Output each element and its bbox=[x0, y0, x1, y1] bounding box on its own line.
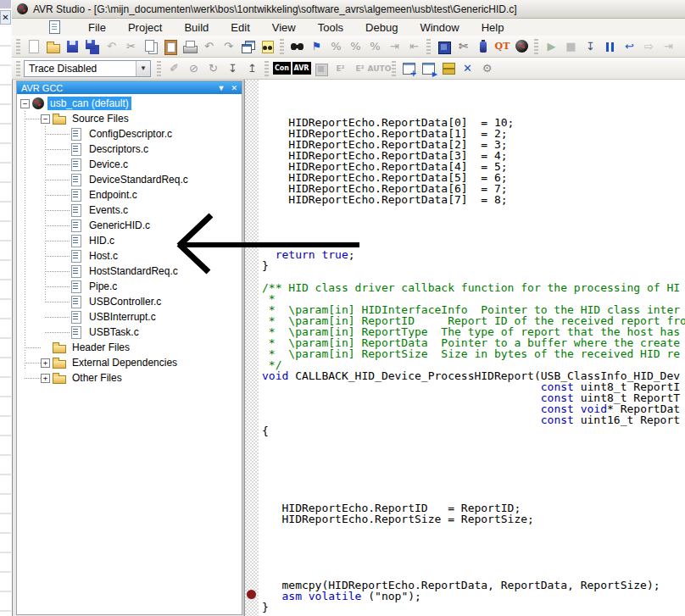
cut-icon[interactable]: ✂ bbox=[121, 37, 141, 56]
connect-icon[interactable]: Con bbox=[272, 59, 292, 78]
tree-item-label: Header Files bbox=[70, 341, 132, 354]
tree-item-usbcontroller-c[interactable]: USBController.c bbox=[17, 294, 242, 309]
next-bookmark-icon[interactable]: % bbox=[346, 37, 365, 56]
tree-item-host-c[interactable]: Host.c bbox=[17, 248, 242, 264]
indent-icon[interactable]: ⇥ bbox=[385, 37, 404, 56]
bookmark-flag-icon[interactable]: ⚑ bbox=[307, 37, 326, 56]
tree-item-endpoint-c[interactable]: Endpoint.c bbox=[17, 187, 242, 203]
chevron-down-icon[interactable]: ▼ bbox=[218, 84, 226, 92]
breakpoint-icon[interactable] bbox=[247, 590, 256, 599]
toolbar-grip bbox=[534, 39, 538, 54]
stk500-icon[interactable] bbox=[473, 37, 493, 56]
tree-item-hoststandardreq-c[interactable]: HostStandardReq.c bbox=[17, 264, 242, 279]
close-icon[interactable]: ✕ bbox=[231, 84, 237, 92]
compile-icon[interactable] bbox=[438, 59, 458, 78]
clean-icon[interactable]: ✕ bbox=[458, 59, 477, 78]
menu-edit[interactable]: Edit bbox=[220, 19, 260, 36]
undo-icon[interactable]: ↶ bbox=[199, 37, 219, 56]
tree-item-other-files[interactable]: +Other Files bbox=[17, 370, 242, 386]
cascade-windows-icon[interactable] bbox=[238, 37, 258, 56]
reset-icon[interactable]: ↩ bbox=[620, 37, 639, 56]
jtagice-icon[interactable]: QT bbox=[493, 37, 512, 56]
tree-item-events-c[interactable]: Events.c bbox=[17, 203, 242, 218]
pause-icon[interactable] bbox=[600, 37, 620, 56]
tree-item-hid-c[interactable]: HID.c bbox=[17, 233, 242, 248]
tree-item-label: Pipe.c bbox=[86, 280, 120, 293]
toggle-bookmark-icon[interactable]: % bbox=[326, 37, 346, 56]
menu-debug[interactable]: Debug bbox=[354, 19, 409, 36]
run-to-cursor-icon[interactable]: ⇥ bbox=[659, 37, 678, 56]
expand-icon[interactable]: + bbox=[41, 374, 50, 383]
tree-item-label: DeviceStandardReq.c bbox=[86, 173, 191, 186]
menu-help[interactable]: Help bbox=[471, 19, 515, 36]
trace-mode-select[interactable]: Trace Disabled ▼ bbox=[24, 60, 151, 77]
tree-item-pipe-c[interactable]: Pipe.c bbox=[17, 279, 242, 294]
project-panel-header[interactable]: AVR GCC ▼ ✕ bbox=[17, 81, 242, 94]
run-icon[interactable]: ▶ bbox=[542, 37, 561, 56]
save-all-icon[interactable] bbox=[82, 37, 102, 56]
redo-icon[interactable]: ↷ bbox=[219, 37, 238, 56]
menu-view[interactable]: View bbox=[261, 19, 307, 36]
print-icon[interactable] bbox=[180, 37, 199, 56]
continue-icon[interactable]: ⇨ bbox=[639, 37, 659, 56]
move-up-icon[interactable]: ↥ bbox=[242, 59, 262, 78]
paste-icon[interactable] bbox=[160, 37, 180, 56]
tree-item-usb-can-default[interactable]: −usb_can (default) bbox=[17, 96, 242, 111]
disconnect-icon[interactable]: ✄ bbox=[454, 37, 473, 56]
avr-simulator-icon[interactable] bbox=[512, 37, 532, 56]
tree-item-generichid-c[interactable]: GenericHID.c bbox=[17, 218, 242, 233]
build-and-run-icon[interactable] bbox=[419, 59, 438, 78]
program-avr-icon[interactable]: AVR bbox=[292, 59, 311, 78]
previous-bookmark-icon[interactable]: % bbox=[365, 37, 385, 56]
open-file-icon[interactable] bbox=[43, 37, 63, 56]
select-device-icon[interactable] bbox=[434, 37, 454, 56]
menu-file[interactable]: File bbox=[77, 19, 117, 36]
build-icon[interactable] bbox=[399, 59, 419, 78]
menu-build[interactable]: Build bbox=[173, 19, 220, 36]
tree-item-usbinterrupt-c[interactable]: USBInterrupt.c bbox=[17, 309, 242, 325]
project-options-icon[interactable]: ⚙ bbox=[477, 59, 497, 78]
chevron-down-icon[interactable]: ▼ bbox=[136, 61, 150, 76]
close-icon[interactable]: ✕ bbox=[0, 10, 11, 25]
code-editor[interactable]: HIDReportEcho.ReportData[0] = 10; HIDRep… bbox=[245, 80, 685, 616]
tree-item-descriptors-c[interactable]: Descriptors.c bbox=[17, 142, 242, 157]
stop-debug-icon[interactable]: ■ bbox=[561, 37, 581, 56]
step-into-icon[interactable]: ↳ bbox=[678, 37, 685, 56]
revert-file-icon[interactable]: ↶ bbox=[102, 37, 121, 56]
find-in-files-icon[interactable] bbox=[258, 37, 277, 56]
expand-icon[interactable]: + bbox=[41, 358, 50, 368]
collapse-icon[interactable]: − bbox=[20, 99, 30, 108]
find-icon[interactable] bbox=[287, 37, 307, 56]
menu-project[interactable]: Project bbox=[117, 19, 173, 36]
menu-tools[interactable]: Tools bbox=[307, 19, 354, 36]
file-icon bbox=[70, 128, 83, 140]
avr-studio-window: ✕ AVR Studio - [G:\mijn_documenten\werk\… bbox=[0, 0, 685, 616]
move-down-icon[interactable]: ↧ bbox=[223, 59, 242, 78]
tree-item-external-dependencies[interactable]: +External Dependencies bbox=[17, 355, 242, 370]
save-file-icon[interactable] bbox=[63, 37, 82, 56]
tree-item-devicestandardreq-c[interactable]: DeviceStandardReq.c bbox=[17, 172, 242, 187]
new-file-icon[interactable] bbox=[24, 37, 43, 56]
copy-icon[interactable] bbox=[141, 37, 160, 56]
outdent-icon[interactable]: ⇤ bbox=[404, 37, 424, 56]
tree-item-source-files[interactable]: −Source Files bbox=[17, 111, 242, 126]
breakpoint-margin[interactable] bbox=[245, 80, 259, 616]
trace-clear-icon[interactable]: ⊘ bbox=[184, 59, 203, 78]
show-next-statement-icon[interactable]: ↧ bbox=[581, 37, 600, 56]
menu-window[interactable]: Window bbox=[409, 19, 470, 36]
code-text[interactable]: HIDReportEcho.ReportData[0] = 10; HIDRep… bbox=[259, 80, 685, 616]
tree-item-device-c[interactable]: Device.c bbox=[17, 157, 242, 172]
collapse-icon[interactable]: − bbox=[41, 114, 50, 124]
trace-pin-icon[interactable]: ✐ bbox=[164, 59, 184, 78]
device-upgrade-icon[interactable] bbox=[311, 59, 331, 78]
document-icon[interactable] bbox=[49, 20, 60, 34]
trace-restart-icon[interactable]: ↻ bbox=[203, 59, 223, 78]
tree-item-configdescriptor-c[interactable]: ConfigDescriptor.c bbox=[17, 126, 242, 142]
auto-connect-icon[interactable]: AUTO bbox=[370, 59, 389, 78]
emulator-select-icon[interactable]: E² bbox=[350, 59, 370, 78]
tree-item-header-files[interactable]: Header Files bbox=[17, 340, 242, 355]
tree-item-usbtask-c[interactable]: USBTask.c bbox=[17, 325, 242, 340]
tree-item-label: USBTask.c bbox=[86, 325, 142, 339]
tree-connector bbox=[25, 111, 25, 370]
emulator-options-icon[interactable]: E² bbox=[331, 59, 350, 78]
